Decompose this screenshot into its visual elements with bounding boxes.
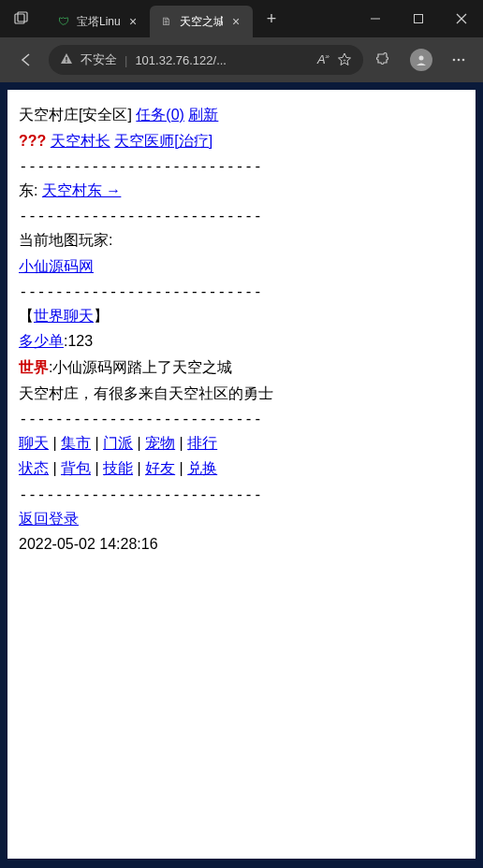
npc-village-chief[interactable]: 天空村长 [51, 133, 110, 149]
svg-text:+: + [343, 57, 346, 63]
village-description: 天空村庄，有很多来自天空社区的勇士 [19, 385, 273, 401]
direction-label: 东: [19, 182, 37, 198]
minimize-button[interactable] [354, 0, 397, 37]
world-chat-link[interactable]: 世界聊天 [34, 308, 94, 324]
nav-exchange[interactable]: 兑换 [187, 460, 217, 476]
svg-point-10 [453, 59, 456, 62]
tab-favicon-game: 🗎 [159, 14, 174, 29]
close-button[interactable] [440, 0, 483, 37]
security-warning-icon [60, 52, 73, 68]
separator: --------------------------- [19, 483, 464, 507]
tab-title: 天空之城 [180, 14, 223, 30]
world-label: 世界 [19, 359, 49, 375]
tab-game[interactable]: 🗎 天空之城 × [150, 6, 253, 37]
task-link[interactable]: 任务(0) [136, 107, 184, 123]
url-box[interactable]: 不安全 | 101.32.76.122/... A» + [49, 45, 363, 75]
chat-prefix-link[interactable]: 多少单 [19, 333, 64, 349]
nav-friend[interactable]: 好友 [145, 460, 175, 476]
page-content: 天空村庄[安全区] 任务(0) 刷新 ??? 天空村长 天空医师[治疗] ---… [7, 90, 476, 859]
svg-point-9 [419, 56, 424, 61]
svg-rect-3 [415, 15, 423, 23]
location-title: 天空村庄[安全区] [19, 107, 132, 123]
url-text: 101.32.76.122/... [135, 53, 309, 67]
avatar-icon [410, 49, 432, 71]
back-button[interactable] [7, 43, 45, 77]
title-bar: 🛡 宝塔Linux × 🗎 天空之城 × + [0, 0, 483, 37]
browser-chrome: 🛡 宝塔Linux × 🗎 天空之城 × + [0, 0, 483, 82]
separator: --------------------------- [19, 154, 464, 179]
svg-point-11 [458, 59, 461, 62]
nav-pet[interactable]: 宠物 [145, 435, 175, 451]
nav-chat[interactable]: 聊天 [19, 435, 49, 451]
tab-overview-icon[interactable] [7, 5, 36, 33]
favorite-icon[interactable]: + [337, 51, 352, 69]
separator: --------------------------- [19, 280, 464, 304]
refresh-link[interactable]: 刷新 [188, 107, 218, 123]
svg-point-12 [462, 59, 465, 62]
nav-bag[interactable]: 背包 [61, 460, 91, 476]
world-message: :小仙源码网踏上了天空之城 [49, 359, 232, 375]
svg-rect-6 [66, 57, 66, 61]
chat-prefix-suffix: :123 [64, 333, 93, 349]
timestamp: 2022-05-02 14:28:16 [19, 536, 158, 552]
separator: --------------------------- [19, 407, 464, 431]
nav-skill[interactable]: 技能 [103, 460, 133, 476]
window-controls [354, 0, 483, 37]
tab-favicon-baota: 🛡 [56, 14, 71, 29]
new-tab-button[interactable]: + [256, 9, 286, 29]
address-bar: 不安全 | 101.32.76.122/... A» + [0, 37, 483, 82]
extensions-icon[interactable] [367, 43, 401, 77]
nav-row-1: 聊天 | 集市 | 门派 | 宠物 | 排行 [19, 431, 464, 456]
direction-east-link[interactable]: 天空村东 → [42, 182, 121, 198]
nav-status[interactable]: 状态 [19, 460, 49, 476]
reader-mode-icon[interactable]: A» [317, 52, 329, 66]
maximize-button[interactable] [397, 0, 440, 37]
close-icon[interactable]: × [228, 14, 243, 29]
separator: --------------------------- [19, 204, 464, 228]
svg-rect-7 [66, 61, 66, 62]
player-link[interactable]: 小仙源码网 [19, 258, 94, 274]
menu-button[interactable] [442, 43, 476, 77]
npc-doctor[interactable]: 天空医师[治疗] [114, 133, 212, 149]
tab-title: 宝塔Linux [77, 14, 120, 30]
profile-button[interactable] [404, 43, 438, 77]
nav-market[interactable]: 集市 [61, 435, 91, 451]
tab-baota[interactable]: 🛡 宝塔Linux × [47, 6, 150, 37]
return-login-link[interactable]: 返回登录 [19, 511, 79, 527]
security-label: 不安全 [80, 51, 117, 68]
nav-rank[interactable]: 排行 [187, 435, 217, 451]
nav-sect[interactable]: 门派 [103, 435, 133, 451]
close-icon[interactable]: × [125, 14, 140, 29]
current-players-label: 当前地图玩家: [19, 232, 112, 248]
nav-row-2: 状态 | 背包 | 技能 | 好友 | 兑换 [19, 456, 464, 481]
question-icon: ??? [19, 133, 46, 149]
